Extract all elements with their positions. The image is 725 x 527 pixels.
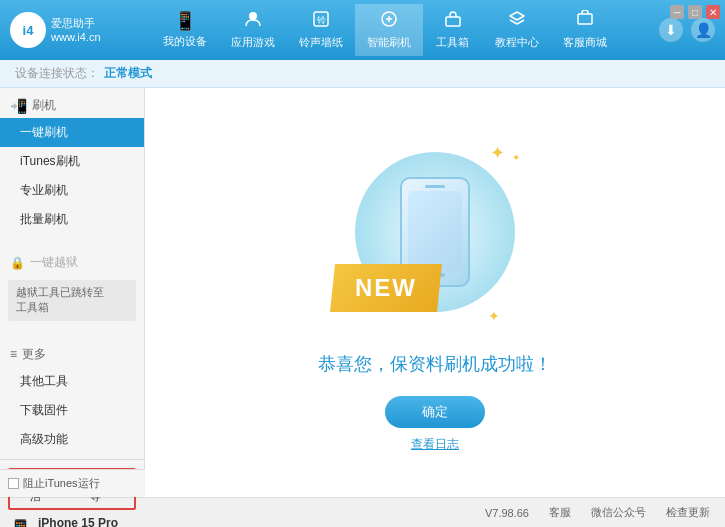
device-details: iPhone 15 Pro Max 512GB iPhone — [38, 516, 136, 527]
nav-tutorial-icon — [508, 10, 526, 33]
view-log-link[interactable]: 查看日志 — [411, 436, 459, 453]
device-phone-icon: 📱 — [8, 518, 33, 527]
new-badge: NEW ✦ — [330, 264, 442, 312]
footer-service[interactable]: 客服 — [549, 505, 571, 520]
sidebar-item-batch-flash[interactable]: 批量刷机 — [0, 205, 144, 234]
logo-icon: i4 — [10, 12, 46, 48]
sidebar-item-advanced[interactable]: 高级功能 — [0, 425, 144, 454]
flash-category-icon: 📲 — [10, 98, 27, 114]
svg-text:铃: 铃 — [315, 15, 325, 25]
content-area: ✦ ✦ NEW ✦ ✦ 恭喜您，保资 — [145, 88, 725, 497]
block-itunes-bar: 阻止iTunes运行 — [0, 469, 145, 497]
confirm-button[interactable]: 确定 — [385, 396, 485, 428]
nav-service-icon — [576, 10, 594, 33]
svg-rect-5 — [578, 14, 592, 24]
status-bar: 设备连接状态： 正常模式 — [0, 60, 725, 88]
phone-speaker — [425, 185, 445, 188]
maximize-button[interactable]: □ — [688, 5, 702, 19]
phone-screen — [408, 191, 462, 271]
block-itunes-checkbox[interactable] — [8, 478, 19, 489]
sidebar-item-other-tools[interactable]: 其他工具 — [0, 367, 144, 396]
nav-my-device[interactable]: 📱 我的设备 — [151, 4, 219, 56]
nav-ringtone-icon: 铃 — [312, 10, 330, 33]
logo-area: i4 爱思助手 www.i4.cn — [0, 12, 110, 48]
nav-smart-flash-icon — [380, 10, 398, 33]
sidebar-jailbreak-section: 🔒 一键越狱 越狱工具已跳转至 工具箱 — [0, 245, 144, 331]
footer-check-update[interactable]: 检查更新 — [666, 505, 710, 520]
nav-app-game-icon — [244, 10, 262, 33]
version-label: V7.98.66 — [485, 507, 529, 519]
sparkle-bottom-icon: ✦ — [488, 308, 500, 324]
svg-rect-4 — [446, 17, 460, 26]
nav-smart-flash[interactable]: 智能刷机 — [355, 4, 423, 56]
sidebar-item-one-click-flash[interactable]: 一键刷机 — [0, 118, 144, 147]
sidebar-notice-box: 越狱工具已跳转至 工具箱 — [8, 280, 136, 321]
navigation: 📱 我的设备 应用游戏 铃 铃声墙纸 智能刷机 — [110, 4, 659, 56]
phone-illustration: ✦ ✦ NEW ✦ ✦ — [335, 132, 535, 332]
svg-point-0 — [249, 12, 257, 20]
nav-ringtone[interactable]: 铃 铃声墙纸 — [287, 4, 355, 56]
sparkle-small-icon: ✦ — [512, 152, 520, 163]
more-category-icon: ≡ — [10, 347, 17, 361]
sidebar-flash-category: 📲 刷机 — [0, 93, 144, 118]
header-right: ⬇ 👤 — [659, 18, 725, 42]
nav-toolbox[interactable]: 工具箱 — [423, 4, 483, 56]
header: i4 爱思助手 www.i4.cn 📱 我的设备 应用游戏 铃 — [0, 0, 725, 60]
device-info: 📱 iPhone 15 Pro Max 512GB iPhone — [8, 516, 136, 527]
sidebar-more-category: ≡ 更多 — [0, 342, 144, 367]
download-button[interactable]: ⬇ — [659, 18, 683, 42]
sidebar-item-download-firmware[interactable]: 下载固件 — [0, 396, 144, 425]
main-layout: 📲 刷机 一键刷机 iTunes刷机 专业刷机 批量刷机 — [0, 88, 725, 497]
nav-my-device-icon: 📱 — [174, 10, 196, 32]
sidebar: 📲 刷机 一键刷机 iTunes刷机 专业刷机 批量刷机 — [0, 88, 145, 497]
sidebar-item-pro-flash[interactable]: 专业刷机 — [0, 176, 144, 205]
success-message: 恭喜您，保资料刷机成功啦！ — [318, 352, 552, 376]
nav-app-game[interactable]: 应用游戏 — [219, 4, 287, 56]
sidebar-more-section: ≡ 更多 其他工具 下载固件 高级功能 — [0, 337, 144, 459]
footer-wechat[interactable]: 微信公众号 — [591, 505, 646, 520]
nav-service[interactable]: 客服商城 — [551, 4, 619, 56]
minimize-button[interactable]: ─ — [670, 5, 684, 19]
lock-icon: 🔒 — [10, 256, 25, 270]
sidebar-disabled-jailbreak: 🔒 一键越狱 — [0, 250, 144, 275]
logo-text: 爱思助手 www.i4.cn — [51, 16, 101, 45]
nav-toolbox-icon — [444, 10, 462, 33]
nav-tutorial[interactable]: 教程中心 — [483, 4, 551, 56]
sidebar-item-itunes-flash[interactable]: iTunes刷机 — [0, 147, 144, 176]
user-button[interactable]: 👤 — [691, 18, 715, 42]
close-button[interactable]: ✕ — [706, 5, 720, 19]
sidebar-flash-section: 📲 刷机 一键刷机 iTunes刷机 专业刷机 批量刷机 — [0, 88, 144, 239]
sparkle-icon: ✦ — [490, 142, 505, 164]
window-controls: ─ □ ✕ — [670, 5, 720, 19]
